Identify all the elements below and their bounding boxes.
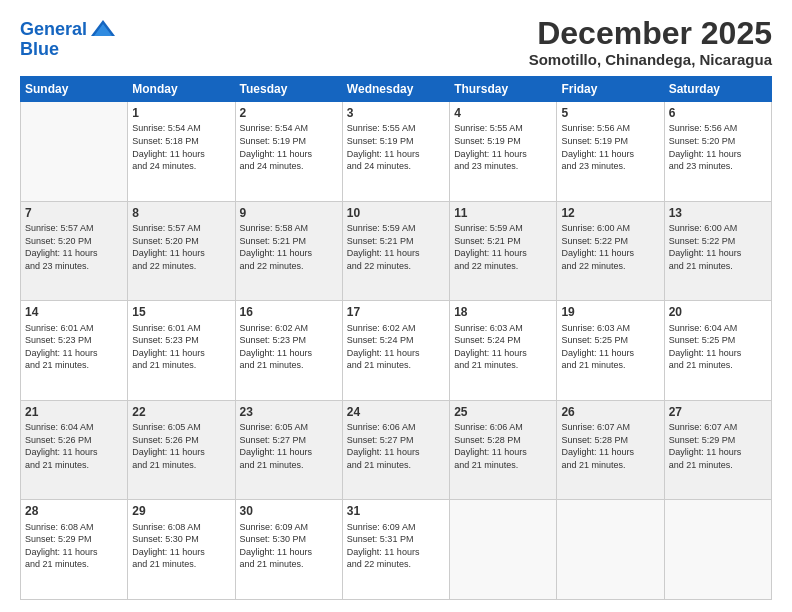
logo-text-blue: Blue [20,40,59,60]
calendar-cell: 16Sunrise: 6:02 AM Sunset: 5:23 PM Dayli… [235,301,342,401]
cell-info: Sunrise: 6:07 AM Sunset: 5:28 PM Dayligh… [561,421,659,471]
calendar-cell [450,500,557,600]
cell-info: Sunrise: 5:57 AM Sunset: 5:20 PM Dayligh… [132,222,230,272]
calendar-cell: 27Sunrise: 6:07 AM Sunset: 5:29 PM Dayli… [664,400,771,500]
cell-info: Sunrise: 6:03 AM Sunset: 5:25 PM Dayligh… [561,322,659,372]
day-number: 18 [454,304,552,320]
day-number: 28 [25,503,123,519]
calendar-cell: 24Sunrise: 6:06 AM Sunset: 5:27 PM Dayli… [342,400,449,500]
calendar-cell: 9Sunrise: 5:58 AM Sunset: 5:21 PM Daylig… [235,201,342,301]
calendar-table: SundayMondayTuesdayWednesdayThursdayFrid… [20,76,772,600]
day-number: 4 [454,105,552,121]
calendar-cell: 28Sunrise: 6:08 AM Sunset: 5:29 PM Dayli… [21,500,128,600]
day-number: 10 [347,205,445,221]
day-number: 8 [132,205,230,221]
calendar-cell: 19Sunrise: 6:03 AM Sunset: 5:25 PM Dayli… [557,301,664,401]
calendar-cell: 30Sunrise: 6:09 AM Sunset: 5:30 PM Dayli… [235,500,342,600]
cell-info: Sunrise: 6:00 AM Sunset: 5:22 PM Dayligh… [561,222,659,272]
cell-info: Sunrise: 6:06 AM Sunset: 5:28 PM Dayligh… [454,421,552,471]
calendar-cell: 18Sunrise: 6:03 AM Sunset: 5:24 PM Dayli… [450,301,557,401]
cell-info: Sunrise: 6:03 AM Sunset: 5:24 PM Dayligh… [454,322,552,372]
calendar-week-row: 21Sunrise: 6:04 AM Sunset: 5:26 PM Dayli… [21,400,772,500]
calendar-cell [21,102,128,202]
calendar-cell: 14Sunrise: 6:01 AM Sunset: 5:23 PM Dayli… [21,301,128,401]
calendar-cell: 20Sunrise: 6:04 AM Sunset: 5:25 PM Dayli… [664,301,771,401]
calendar-cell: 2Sunrise: 5:54 AM Sunset: 5:19 PM Daylig… [235,102,342,202]
calendar-cell: 23Sunrise: 6:05 AM Sunset: 5:27 PM Dayli… [235,400,342,500]
day-number: 1 [132,105,230,121]
day-number: 11 [454,205,552,221]
day-number: 27 [669,404,767,420]
title-block: December 2025 Somotillo, Chinandega, Nic… [529,16,772,68]
day-number: 15 [132,304,230,320]
day-number: 13 [669,205,767,221]
day-number: 5 [561,105,659,121]
calendar-cell: 25Sunrise: 6:06 AM Sunset: 5:28 PM Dayli… [450,400,557,500]
day-number: 26 [561,404,659,420]
logo: General Blue [20,16,117,60]
cell-info: Sunrise: 6:08 AM Sunset: 5:30 PM Dayligh… [132,521,230,571]
location: Somotillo, Chinandega, Nicaragua [529,51,772,68]
header: General Blue December 2025 Somotillo, Ch… [20,16,772,68]
calendar-cell: 15Sunrise: 6:01 AM Sunset: 5:23 PM Dayli… [128,301,235,401]
weekday-header: Tuesday [235,77,342,102]
cell-info: Sunrise: 5:56 AM Sunset: 5:20 PM Dayligh… [669,122,767,172]
calendar-cell: 13Sunrise: 6:00 AM Sunset: 5:22 PM Dayli… [664,201,771,301]
cell-info: Sunrise: 5:54 AM Sunset: 5:19 PM Dayligh… [240,122,338,172]
calendar-cell: 1Sunrise: 5:54 AM Sunset: 5:18 PM Daylig… [128,102,235,202]
cell-info: Sunrise: 6:05 AM Sunset: 5:26 PM Dayligh… [132,421,230,471]
calendar-header-row: SundayMondayTuesdayWednesdayThursdayFrid… [21,77,772,102]
cell-info: Sunrise: 6:06 AM Sunset: 5:27 PM Dayligh… [347,421,445,471]
month-title: December 2025 [529,16,772,51]
cell-info: Sunrise: 6:04 AM Sunset: 5:25 PM Dayligh… [669,322,767,372]
day-number: 14 [25,304,123,320]
day-number: 3 [347,105,445,121]
weekday-header: Sunday [21,77,128,102]
weekday-header: Saturday [664,77,771,102]
logo-text-general: General [20,20,87,40]
day-number: 12 [561,205,659,221]
day-number: 31 [347,503,445,519]
calendar-cell: 26Sunrise: 6:07 AM Sunset: 5:28 PM Dayli… [557,400,664,500]
cell-info: Sunrise: 5:58 AM Sunset: 5:21 PM Dayligh… [240,222,338,272]
weekday-header: Wednesday [342,77,449,102]
day-number: 9 [240,205,338,221]
calendar-cell [557,500,664,600]
day-number: 2 [240,105,338,121]
day-number: 7 [25,205,123,221]
calendar-cell: 31Sunrise: 6:09 AM Sunset: 5:31 PM Dayli… [342,500,449,600]
day-number: 24 [347,404,445,420]
calendar-week-row: 1Sunrise: 5:54 AM Sunset: 5:18 PM Daylig… [21,102,772,202]
calendar-cell: 10Sunrise: 5:59 AM Sunset: 5:21 PM Dayli… [342,201,449,301]
calendar-cell: 5Sunrise: 5:56 AM Sunset: 5:19 PM Daylig… [557,102,664,202]
day-number: 23 [240,404,338,420]
calendar-cell: 12Sunrise: 6:00 AM Sunset: 5:22 PM Dayli… [557,201,664,301]
cell-info: Sunrise: 5:56 AM Sunset: 5:19 PM Dayligh… [561,122,659,172]
cell-info: Sunrise: 6:02 AM Sunset: 5:23 PM Dayligh… [240,322,338,372]
cell-info: Sunrise: 6:01 AM Sunset: 5:23 PM Dayligh… [132,322,230,372]
calendar-cell: 8Sunrise: 5:57 AM Sunset: 5:20 PM Daylig… [128,201,235,301]
calendar-cell: 21Sunrise: 6:04 AM Sunset: 5:26 PM Dayli… [21,400,128,500]
calendar-cell: 22Sunrise: 6:05 AM Sunset: 5:26 PM Dayli… [128,400,235,500]
day-number: 25 [454,404,552,420]
cell-info: Sunrise: 6:09 AM Sunset: 5:31 PM Dayligh… [347,521,445,571]
weekday-header: Monday [128,77,235,102]
day-number: 16 [240,304,338,320]
cell-info: Sunrise: 6:07 AM Sunset: 5:29 PM Dayligh… [669,421,767,471]
day-number: 29 [132,503,230,519]
cell-info: Sunrise: 6:01 AM Sunset: 5:23 PM Dayligh… [25,322,123,372]
cell-info: Sunrise: 6:08 AM Sunset: 5:29 PM Dayligh… [25,521,123,571]
cell-info: Sunrise: 6:00 AM Sunset: 5:22 PM Dayligh… [669,222,767,272]
calendar-cell: 4Sunrise: 5:55 AM Sunset: 5:19 PM Daylig… [450,102,557,202]
logo-icon [89,16,117,44]
calendar-cell [664,500,771,600]
page: General Blue December 2025 Somotillo, Ch… [0,0,792,612]
day-number: 21 [25,404,123,420]
calendar-cell: 7Sunrise: 5:57 AM Sunset: 5:20 PM Daylig… [21,201,128,301]
cell-info: Sunrise: 5:57 AM Sunset: 5:20 PM Dayligh… [25,222,123,272]
cell-info: Sunrise: 5:59 AM Sunset: 5:21 PM Dayligh… [347,222,445,272]
day-number: 22 [132,404,230,420]
cell-info: Sunrise: 6:09 AM Sunset: 5:30 PM Dayligh… [240,521,338,571]
calendar-cell: 17Sunrise: 6:02 AM Sunset: 5:24 PM Dayli… [342,301,449,401]
cell-info: Sunrise: 5:55 AM Sunset: 5:19 PM Dayligh… [454,122,552,172]
